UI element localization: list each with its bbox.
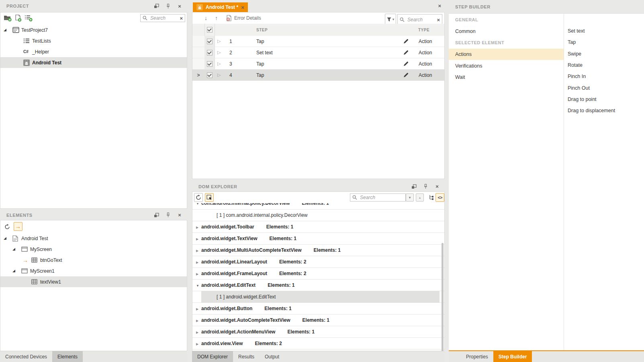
elements-tree-item[interactable]: ◢ MyScreen1 bbox=[0, 265, 187, 276]
expander-icon[interactable]: ▶ bbox=[196, 259, 201, 265]
expander-icon[interactable]: ▶ bbox=[196, 306, 201, 311]
expander-icon[interactable]: ▶ bbox=[196, 329, 201, 335]
expand-step-icon[interactable]: ▷ bbox=[217, 36, 221, 47]
bottom-tab[interactable]: Connected Devices bbox=[0, 351, 52, 362]
step-checkbox[interactable] bbox=[207, 39, 213, 44]
steps-search-input[interactable] bbox=[407, 16, 435, 23]
step-row[interactable]: ▷ 1 Tap Action bbox=[192, 36, 444, 47]
pin-icon[interactable] bbox=[165, 212, 171, 218]
step-builder-nav-item[interactable]: Wait bbox=[449, 72, 564, 83]
project-tree-item[interactable]: C# _Helper bbox=[0, 46, 187, 57]
action-item[interactable]: Set text bbox=[564, 25, 644, 37]
dom-tree-row[interactable]: ▶ android.widget.Button Elements: 1 bbox=[192, 303, 444, 315]
step-name[interactable]: Set text bbox=[256, 47, 273, 58]
dom-tree-row[interactable]: ▶ android.widget.ActionMenuView Elements… bbox=[192, 326, 444, 338]
elements-tree-item[interactable]: → btnGoText bbox=[0, 255, 187, 265]
project-tree-item[interactable]: TestLists bbox=[0, 35, 187, 46]
restore-icon[interactable] bbox=[153, 212, 159, 218]
action-item[interactable]: Rotate bbox=[564, 60, 644, 71]
step-checkbox[interactable] bbox=[207, 61, 213, 67]
action-item[interactable]: Tap bbox=[564, 37, 644, 48]
select-all-checkbox[interactable] bbox=[207, 27, 213, 33]
step-builder-nav-item[interactable]: Actions bbox=[449, 49, 564, 60]
dom-tree-row[interactable]: ▶ android.widget.LinearLayout Elements: … bbox=[192, 256, 444, 268]
restore-icon[interactable] bbox=[411, 184, 417, 189]
expander-icon[interactable]: ▶ bbox=[196, 317, 201, 323]
step-column-header[interactable]: STEP bbox=[256, 24, 268, 36]
move-step-down-button[interactable]: ↓ bbox=[204, 12, 207, 24]
clear-search-icon[interactable]: × bbox=[437, 17, 440, 23]
refresh-dom-button[interactable] bbox=[194, 193, 203, 202]
expander-icon[interactable]: ◢ bbox=[4, 237, 12, 240]
expand-step-icon[interactable]: ▷ bbox=[217, 58, 221, 69]
add-folder-button[interactable] bbox=[3, 13, 12, 23]
code-view-button[interactable]: <> bbox=[435, 193, 444, 202]
dom-scrollbar[interactable] bbox=[442, 243, 444, 357]
expander-icon[interactable]: ▼ bbox=[196, 203, 201, 206]
dom-tree-row[interactable]: [ 1 ] android.widget.EditText bbox=[192, 291, 444, 303]
expander-icon[interactable]: ▶ bbox=[196, 271, 201, 276]
dom-tree-row[interactable]: ▶ android.widget.Toolbar Elements: 1 bbox=[192, 221, 444, 233]
project-tree-item[interactable]: ◢ TestProject7 bbox=[0, 25, 187, 35]
expander-icon[interactable]: ▶ bbox=[196, 236, 201, 241]
step-checkbox[interactable] bbox=[207, 72, 213, 78]
step-name[interactable]: Tap bbox=[256, 36, 264, 47]
tree-view-button[interactable] bbox=[426, 193, 436, 202]
edit-step-icon[interactable] bbox=[403, 70, 409, 80]
expander-icon[interactable]: ◢ bbox=[12, 269, 21, 273]
step-row[interactable]: > ▷ 4 Tap Action bbox=[192, 70, 444, 81]
search-options-dropdown[interactable]: ▾ bbox=[406, 193, 414, 202]
find-previous-button[interactable]: ▴ bbox=[416, 193, 424, 202]
action-item[interactable]: Swipe bbox=[564, 48, 644, 60]
dom-tree-row[interactable]: ▶ android.widget.AutoCompleteTextView El… bbox=[192, 315, 444, 326]
pin-icon[interactable] bbox=[165, 3, 171, 9]
expander-icon[interactable]: → bbox=[22, 257, 31, 263]
bottom-tab[interactable]: Output bbox=[260, 351, 284, 362]
action-item[interactable]: Drag to point bbox=[564, 94, 644, 105]
action-item[interactable]: Drag to displacement bbox=[564, 105, 644, 116]
close-tab-icon[interactable]: × bbox=[241, 5, 244, 10]
dom-tree-row[interactable]: ▶ android.widget.MultiAutoCompleteTextVi… bbox=[192, 245, 444, 256]
project-tree-item[interactable]: Android Test bbox=[0, 57, 187, 68]
dom-tree-row[interactable]: ▶ android.widget.FrameLayout Elements: 2 bbox=[192, 268, 444, 280]
expand-step-icon[interactable]: ▷ bbox=[217, 47, 221, 58]
bottom-tab[interactable]: Properties bbox=[461, 351, 493, 362]
clear-search-icon[interactable]: × bbox=[180, 16, 183, 21]
add-file-button[interactable] bbox=[13, 13, 23, 23]
step-name[interactable]: Tap bbox=[256, 70, 264, 80]
action-item[interactable]: Pinch Out bbox=[564, 82, 644, 93]
restore-icon[interactable] bbox=[153, 3, 159, 9]
close-document-icon[interactable]: × bbox=[438, 3, 441, 9]
step-builder-nav-item[interactable]: GENERAL bbox=[449, 14, 564, 26]
bottom-tab[interactable]: Step Builder bbox=[493, 351, 532, 362]
move-step-up-button[interactable]: ↑ bbox=[215, 12, 218, 24]
expander-icon[interactable]: ▶ bbox=[196, 247, 201, 253]
dom-tree-row[interactable]: ▶ android.widget.TextView Elements: 1 bbox=[192, 233, 444, 245]
step-builder-nav-item[interactable]: SELECTED ELEMENT bbox=[449, 37, 564, 49]
expander-icon[interactable]: ◢ bbox=[12, 247, 21, 251]
dom-tree-row[interactable]: ▼ com.android.internal.policy.DecorView … bbox=[192, 203, 444, 210]
close-icon[interactable]: × bbox=[177, 3, 182, 9]
expander-icon[interactable]: ▶ bbox=[196, 224, 201, 230]
bottom-tab[interactable]: Results bbox=[233, 351, 260, 362]
step-row[interactable]: ▷ 2 Set text Action bbox=[192, 47, 444, 58]
step-row[interactable]: ▷ 3 Tap Action bbox=[192, 58, 444, 70]
tab-android-test[interactable]: Android Test * × bbox=[193, 2, 248, 12]
edit-step-icon[interactable] bbox=[403, 36, 409, 47]
expander-icon[interactable]: ◢ bbox=[4, 28, 12, 32]
error-details-button[interactable]: Error Details bbox=[234, 12, 261, 24]
close-icon[interactable]: × bbox=[177, 212, 182, 218]
refresh-icon[interactable] bbox=[2, 222, 12, 232]
step-builder-nav-item[interactable]: Verifications bbox=[449, 60, 564, 72]
add-list-button[interactable] bbox=[24, 13, 33, 23]
dom-search-input[interactable] bbox=[359, 194, 403, 201]
edit-step-icon[interactable] bbox=[403, 58, 409, 69]
step-name[interactable]: Tap bbox=[256, 58, 264, 69]
filter-button[interactable]: ▾ bbox=[385, 14, 396, 25]
dom-tree-row[interactable]: ▼ android.widget.EditText Elements: 1 bbox=[192, 280, 444, 291]
expand-step-icon[interactable]: ▷ bbox=[217, 70, 221, 80]
bottom-tab[interactable]: Elements bbox=[52, 351, 83, 362]
elements-tree-item[interactable]: ◢ MyScreen bbox=[0, 244, 187, 255]
step-checkbox[interactable] bbox=[207, 50, 213, 56]
close-icon[interactable]: × bbox=[434, 184, 440, 189]
